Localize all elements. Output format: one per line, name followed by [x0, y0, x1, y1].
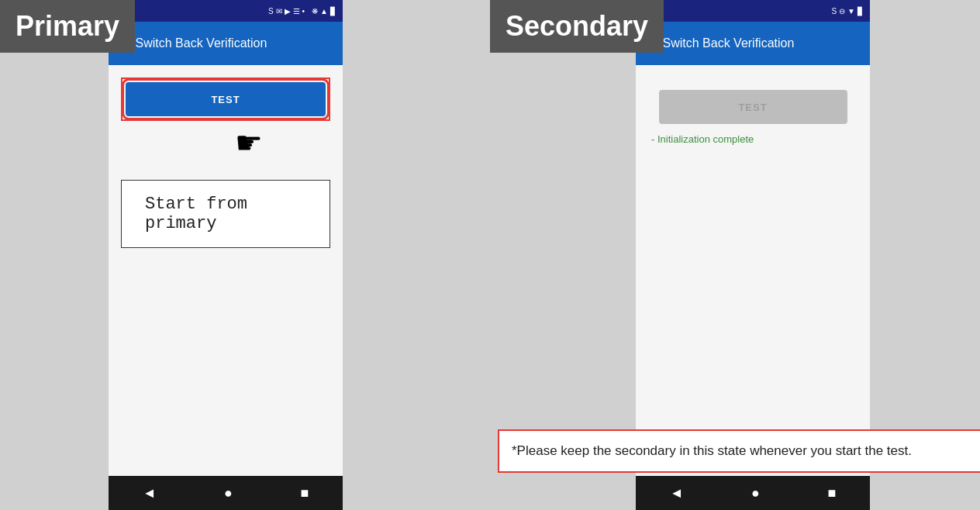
primary-home-icon[interactable]: ● [224, 485, 233, 501]
primary-label: Primary [0, 0, 135, 53]
secondary-init-text: - Initialization complete [648, 133, 754, 145]
primary-back-icon[interactable]: ◄ [143, 485, 157, 501]
primary-status-icons: S ✉ ▶ ☰ • ❋ ▲ ▊ [268, 7, 336, 16]
primary-label-text: Primary [16, 10, 119, 43]
start-from-primary-text: Start from primary [145, 195, 247, 233]
secondary-test-button: TEST [659, 90, 847, 124]
secondary-wifi-icon: ▼ [847, 7, 855, 16]
cursor-hand-icon: ☛ [235, 127, 263, 158]
secondary-app-bar: × Switch Back Verification [636, 22, 870, 65]
secondary-app-title: Switch Back Verification [663, 36, 861, 50]
secondary-note-box: *Please keep the secondary in this state… [498, 429, 980, 473]
primary-dot-icon: • [302, 7, 305, 16]
secondary-back-icon[interactable]: ◄ [670, 485, 684, 501]
primary-status-bar: 3:22 S ✉ ▶ ☰ • ❋ ▲ ▊ [109, 0, 343, 22]
primary-yt2-icon: ☰ [293, 7, 300, 16]
primary-nav-bar: ◄ ● ■ [109, 476, 343, 510]
primary-bat-icon: ▊ [330, 7, 336, 16]
primary-phone-frame: 3:22 S ✉ ▶ ☰ • ❋ ▲ ▊ × Switch Back Verif… [109, 0, 343, 510]
primary-signal-icon: S [268, 7, 274, 16]
secondary-no-sim-icon: ⊖ [839, 7, 845, 16]
primary-test-button-wrapper: TEST [121, 78, 330, 121]
secondary-label-text: Secondary [506, 10, 648, 43]
primary-app-bar: × Switch Back Verification [109, 22, 343, 65]
primary-wifi-icon: ▲ [320, 7, 328, 16]
primary-content: TEST ☛ Start from primary [109, 65, 343, 476]
primary-bt-icon: ❋ [312, 7, 318, 16]
secondary-bat-icon: ▊ [858, 7, 864, 16]
left-panel: Primary 3:22 S ✉ ▶ ☰ • ❋ ▲ ▊ × Switch Ba… [0, 0, 490, 510]
primary-test-button[interactable]: TEST [126, 82, 326, 116]
secondary-status-bar: 3:22 S ⊖ ▼ ▊ [636, 0, 870, 22]
secondary-content: TEST - Initialization complete [636, 65, 870, 476]
primary-app-title: Switch Back Verification [136, 36, 333, 50]
start-from-primary-box: Start from primary [121, 180, 330, 248]
secondary-signal-icon: S [831, 7, 837, 16]
secondary-recent-icon[interactable]: ■ [827, 485, 836, 501]
secondary-status-icons: S ⊖ ▼ ▊ [831, 7, 864, 16]
secondary-label: Secondary [490, 0, 664, 53]
secondary-nav-bar: ◄ ● ■ [636, 476, 870, 510]
primary-yt-icon: ▶ [285, 7, 291, 16]
primary-recent-icon[interactable]: ■ [300, 485, 309, 501]
secondary-note-text: *Please keep the secondary in this state… [512, 443, 912, 458]
primary-msg-icon: ✉ [276, 7, 282, 16]
secondary-home-icon[interactable]: ● [751, 485, 760, 501]
right-panel: Secondary 3:22 S ⊖ ▼ ▊ × Switch Back Ver… [490, 0, 980, 510]
